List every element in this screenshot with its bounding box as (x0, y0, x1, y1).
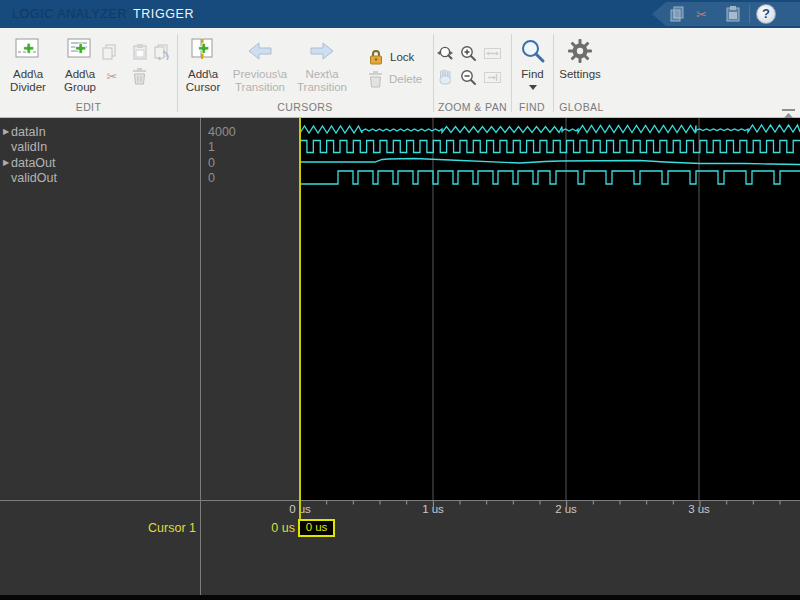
section-label-cursors: CURSORS (177, 101, 433, 113)
gear-icon (567, 34, 593, 68)
add-cursor-label2: Cursor (186, 81, 221, 94)
pan-to-cursor-icon[interactable] (483, 68, 502, 87)
section-label-global: GLOBAL (553, 101, 610, 113)
add-divider-icon (13, 34, 43, 68)
add-cursor-label: Add\a (188, 68, 218, 81)
lock-label: Lock (390, 51, 414, 63)
previous-transition-label2: Transition (235, 81, 285, 94)
signal-value-validIn: 1 (208, 140, 296, 155)
waveform-canvas[interactable] (300, 118, 800, 500)
delete-label: Delete (389, 73, 422, 85)
copy-icon[interactable] (668, 5, 686, 23)
waveform-dataIn (300, 125, 800, 133)
signal-row-dataIn[interactable]: ▶dataIn (0, 124, 199, 139)
expand-icon[interactable]: ▶ (0, 127, 11, 136)
tick-label: 1 us (411, 503, 455, 515)
window-bottom-edge (0, 595, 800, 600)
signal-name: dataOut (11, 156, 55, 170)
settings-button[interactable]: Settings (554, 34, 606, 81)
tick-label: 2 us (544, 503, 588, 515)
paste-icon[interactable] (131, 43, 149, 61)
signal-row-validOut[interactable]: validOut (0, 171, 199, 186)
lock-icon (368, 48, 384, 66)
chevron-down-icon (529, 85, 537, 90)
cut-icon[interactable]: ✂ (696, 5, 714, 23)
logic-analyzer-window: LOGIC ANALYZER TRIGGER ✂ ? Add\a Divider (0, 0, 800, 600)
add-group-label2: Group (64, 81, 96, 94)
paste-icon[interactable] (724, 5, 742, 23)
cursor-value: 0 us (200, 521, 295, 535)
signal-name: dataIn (11, 125, 46, 139)
waveform-validIn (300, 141, 800, 153)
find-button[interactable]: Find (512, 34, 553, 90)
settings-label: Settings (559, 68, 601, 81)
delete-cursor-button[interactable]: Delete (368, 70, 422, 88)
waveform-dataOut (300, 159, 800, 165)
find-icon (520, 34, 546, 68)
next-transition-label2: Transition (297, 81, 347, 94)
cursor-name: Cursor 1 (0, 521, 196, 535)
zoom-in-icon[interactable] (459, 44, 478, 63)
signal-value-dataOut: 0 (208, 155, 296, 170)
add-cursor-button[interactable]: Add\a Cursor (178, 34, 228, 94)
next-transition-button[interactable]: Next\a Transition (292, 34, 352, 94)
section-label-zoom-pan: ZOOM & PAN (433, 101, 512, 113)
previous-transition-label: Previous\a (233, 68, 287, 81)
zoom-out-icon[interactable] (459, 68, 478, 87)
add-cursor-icon (188, 34, 218, 68)
add-group-label: Add\a (65, 68, 95, 81)
copy-icon[interactable] (100, 43, 118, 61)
ribbon-toolbar: Add\a Divider Add\a Group ✂ EDIT (0, 28, 800, 118)
fit-to-view-icon[interactable] (483, 44, 502, 63)
divider (749, 5, 750, 23)
help-button[interactable]: ? (756, 4, 776, 24)
signal-name: validOut (11, 171, 57, 185)
add-group-button[interactable]: Add\a Group (54, 34, 106, 94)
tab-logic-analyzer[interactable]: LOGIC ANALYZER (12, 0, 127, 28)
arrow-right-icon (309, 34, 335, 68)
arrow-left-icon (247, 34, 273, 68)
tab-trigger[interactable]: TRIGGER (133, 0, 194, 28)
delete-icon[interactable] (130, 67, 148, 85)
signal-value-validOut: 0 (208, 171, 296, 186)
signal-row-dataOut[interactable]: ▶dataOut (0, 155, 199, 170)
section-label-edit: EDIT (0, 101, 177, 113)
collapse-ribbon-button[interactable] (781, 106, 796, 117)
pan-icon[interactable] (436, 68, 455, 87)
expand-icon[interactable]: ▶ (0, 158, 11, 167)
signal-name: validIn (11, 140, 47, 154)
signal-row-validIn[interactable]: validIn (0, 140, 199, 155)
signal-value-dataIn: 4000 (208, 124, 296, 139)
tick-label: 3 us (677, 503, 721, 515)
find-label: Find (521, 68, 543, 81)
section-label-find: FIND (511, 101, 553, 113)
lock-button[interactable]: Lock (368, 48, 414, 66)
add-divider-label: Add\a (13, 68, 43, 81)
next-transition-label: Next\a (305, 68, 338, 81)
time-cursor-line[interactable] (299, 118, 301, 519)
add-group-icon (65, 34, 95, 68)
titlebar: LOGIC ANALYZER TRIGGER ✂ ? (0, 0, 800, 28)
bottom-panel (0, 501, 800, 595)
trash-icon (368, 71, 383, 88)
cut-icon[interactable]: ✂ (103, 67, 121, 85)
waveform-validOut (300, 171, 800, 184)
cursor-value-box[interactable]: 0 us (298, 519, 335, 537)
quick-access-toolbar: ✂ ? (652, 2, 800, 26)
zoom-in-time-icon[interactable] (436, 44, 455, 63)
add-divider-label2: Divider (10, 81, 46, 94)
add-divider-button[interactable]: Add\a Divider (2, 34, 54, 94)
previous-transition-button[interactable]: Previous\a Transition (230, 34, 290, 94)
duplicate-icon[interactable] (152, 43, 170, 61)
